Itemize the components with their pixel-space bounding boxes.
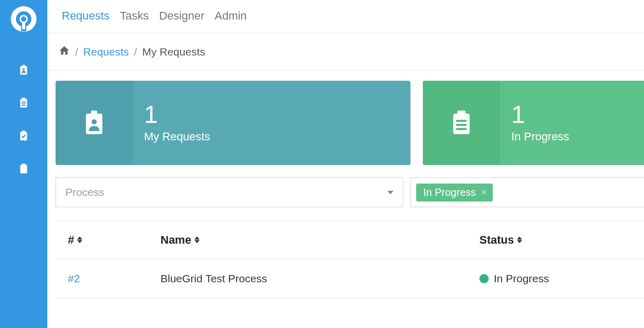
svg-rect-11: [22, 102, 26, 103]
nav-designer[interactable]: Designer: [155, 9, 208, 23]
svg-rect-24: [456, 124, 467, 126]
svg-rect-19: [91, 111, 97, 116]
status-dot-icon: [479, 274, 489, 283]
card-count: 1: [144, 102, 210, 127]
nav-tasks[interactable]: Tasks: [116, 9, 153, 23]
close-icon[interactable]: ×: [481, 188, 487, 197]
svg-rect-17: [22, 163, 26, 166]
card-count: 1: [511, 102, 569, 127]
home-icon[interactable]: [59, 45, 70, 59]
svg-point-5: [21, 16, 26, 22]
column-label: Name: [160, 233, 191, 247]
svg-rect-23: [456, 120, 467, 122]
card-label: In Progress: [511, 130, 569, 143]
badge-icon: [56, 81, 133, 165]
table-header: # Name Status: [56, 221, 644, 259]
breadcrumb-separator: /: [134, 46, 137, 58]
request-name: BlueGrid Test Process: [148, 272, 467, 285]
request-id-link[interactable]: #2: [56, 272, 148, 285]
chevron-down-icon: [387, 191, 393, 194]
table-row: #2 BlueGrid Test Process In Progress: [56, 259, 644, 298]
sidebar-item-badge[interactable]: [19, 64, 29, 76]
main: Requests Tasks Designer Admin / Requests…: [47, 0, 644, 328]
svg-rect-13: [22, 105, 26, 106]
requests-table: # Name Status #2 BlueGrid Test Process: [56, 221, 644, 298]
breadcrumb-separator: /: [75, 46, 78, 58]
sort-icon: [77, 236, 82, 243]
sidebar-item-clipboard-list[interactable]: [19, 97, 29, 109]
logo[interactable]: [10, 5, 38, 33]
nav-admin[interactable]: Admin: [210, 9, 251, 23]
sort-icon: [194, 236, 200, 243]
svg-rect-15: [22, 131, 26, 133]
status-tag: In Progress ×: [416, 184, 493, 202]
sort-icon: [517, 236, 522, 243]
column-name[interactable]: Name: [148, 233, 467, 247]
nav-requests[interactable]: Requests: [58, 9, 114, 23]
card-my-requests[interactable]: 1 My Requests: [56, 81, 410, 165]
card-label: My Requests: [144, 130, 210, 143]
card-in-progress[interactable]: 1 In Progress: [423, 81, 644, 165]
breadcrumb-current: My Requests: [142, 46, 205, 58]
svg-rect-22: [457, 111, 466, 116]
clipboard-list-icon: [423, 81, 500, 165]
sidebar-item-clipboard-check[interactable]: [19, 130, 29, 142]
column-status[interactable]: Status: [467, 233, 644, 247]
breadcrumb: / Requests / My Requests: [47, 33, 644, 70]
top-nav: Requests Tasks Designer Admin: [47, 0, 644, 33]
breadcrumb-requests[interactable]: Requests: [83, 46, 129, 58]
svg-rect-10: [22, 98, 26, 100]
process-select[interactable]: Process: [56, 177, 403, 207]
status-filter-input[interactable]: In Progress ×: [410, 177, 644, 207]
request-status: In Progress: [467, 272, 644, 285]
summary-cards: 1 My Requests 1 In Progress: [56, 81, 644, 165]
svg-rect-16: [20, 165, 27, 174]
filters-row: Process In Progress ×: [56, 177, 644, 207]
column-label: Status: [479, 233, 514, 247]
status-text: In Progress: [494, 272, 549, 285]
sidebar: [0, 0, 47, 328]
status-tag-label: In Progress: [423, 187, 476, 198]
svg-point-20: [92, 119, 97, 124]
svg-rect-25: [456, 128, 467, 130]
svg-point-8: [23, 68, 25, 70]
svg-rect-7: [23, 65, 25, 67]
content: 1 My Requests 1 In Progress Process: [47, 70, 644, 298]
column-id[interactable]: #: [56, 233, 148, 247]
process-placeholder: Process: [65, 186, 104, 198]
sidebar-item-clipboard[interactable]: [19, 162, 29, 175]
svg-rect-12: [22, 103, 26, 104]
column-label: #: [68, 233, 74, 247]
